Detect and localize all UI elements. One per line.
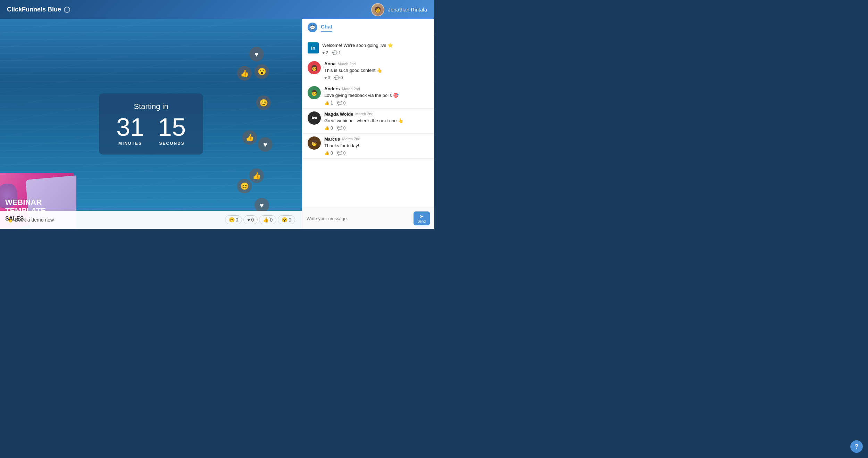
header: ClickFunnels Blue i 🧑 Jonathan Rintala xyxy=(0,0,434,19)
msg-3-top: 👨 Anders March 2nd Love giving feedback … xyxy=(308,86,429,105)
marcus-text: Thanks for today! xyxy=(324,143,429,149)
marcus-name: Marcus xyxy=(324,136,340,142)
msg-1-text: Welcome! We're soon going live ⭐ xyxy=(322,42,429,49)
msg-5-body: Marcus March 2nd Thanks for today! 👍 0 💬… xyxy=(324,136,429,156)
surprise-emoji: 😮 xyxy=(282,217,287,223)
reaction-heart[interactable]: ♥ 0 xyxy=(243,215,258,224)
thumbs-count: 0 xyxy=(270,217,273,223)
seconds-display: 15 SECONDS xyxy=(158,115,186,146)
anders-date: March 2nd xyxy=(342,87,360,91)
msg-4-header: Magda Wolde March 2nd xyxy=(324,111,429,117)
banner-line1: WEBINAR TEMPLATE xyxy=(5,198,46,215)
minutes-value: 31 xyxy=(116,115,144,140)
msg-4-top: 🕶 Magda Wolde March 2nd Great webinar - … xyxy=(308,111,429,131)
msg-4-body: Magda Wolde March 2nd Great webinar - wh… xyxy=(324,111,429,131)
msg-1-body: Welcome! We're soon going live ⭐ ♥ 2 💬 1 xyxy=(322,42,429,55)
anna-text: This is such good content 👆 xyxy=(324,67,429,74)
anders-text: Love giving feedback via the polls 🎯 xyxy=(324,92,429,99)
anna-date: March 2nd xyxy=(338,62,356,66)
msg-4-comment[interactable]: 💬 0 xyxy=(337,126,346,131)
reaction-surprise[interactable]: 😮 0 xyxy=(278,215,295,224)
message-4: 🕶 Magda Wolde March 2nd Great webinar - … xyxy=(302,109,434,134)
avatar: 🧑 xyxy=(371,3,384,16)
msg-5-top: 👦 Marcus March 2nd Thanks for today! 👍 0… xyxy=(308,136,429,156)
message-2: 👩 Anna March 2nd This is such good conte… xyxy=(302,58,434,83)
smiley-emoji: 😊 xyxy=(229,217,235,223)
header-left: ClickFunnels Blue i xyxy=(7,6,70,13)
msg-1-actions: ♥ 2 💬 1 xyxy=(322,50,429,55)
anders-avatar: 👨 xyxy=(308,86,321,99)
thumbs-emoji: 👍 xyxy=(263,217,269,223)
msg-1-like[interactable]: ♥ 2 xyxy=(322,50,328,55)
chat-input-area: ➤ Send xyxy=(302,208,434,229)
heart-emoji: ♥ xyxy=(247,217,250,223)
reaction-thumbs[interactable]: 👍 0 xyxy=(259,215,276,224)
msg-5-header: Marcus March 2nd xyxy=(324,136,429,142)
chat-header: 💬 Chat xyxy=(302,19,434,36)
minutes-display: 31 MINUTES xyxy=(116,115,144,146)
message-1: in Welcome! We're soon going live ⭐ ♥ 2 … xyxy=(302,40,434,58)
banner-text: WEBINAR TEMPLATE SALES xyxy=(5,198,46,222)
anna-avatar: 👩 xyxy=(308,61,321,74)
video-area: ♥ 👍 😮 😊 👍 ♥ 👍 😊 ♥ ♥ Starting in 31 MINUT… xyxy=(0,19,302,229)
info-icon[interactable]: i xyxy=(64,7,70,13)
msg-4-like[interactable]: 👍 0 xyxy=(324,126,333,131)
msg-3-actions: 👍 1 💬 0 xyxy=(324,101,429,106)
msg-3-like[interactable]: 👍 1 xyxy=(324,101,333,106)
minutes-unit: MINUTES xyxy=(116,141,144,146)
message-3: 👨 Anders March 2nd Love giving feedback … xyxy=(302,83,434,108)
msg-1-top: in Welcome! We're soon going live ⭐ ♥ 2 … xyxy=(308,42,429,55)
msg-5-like[interactable]: 👍 0 xyxy=(324,151,333,156)
header-right: 🧑 Jonathan Rintala xyxy=(371,3,427,16)
seconds-unit: SECONDS xyxy=(158,141,186,146)
msg-2-comment[interactable]: 💬 0 xyxy=(334,75,343,80)
marcus-avatar: 👦 xyxy=(308,136,321,150)
msg-5-actions: 👍 0 💬 0 xyxy=(324,151,429,156)
reaction-counts: 😊 0 ♥ 0 👍 0 😮 0 xyxy=(225,215,295,224)
chat-bubble-icon: 💬 xyxy=(308,23,317,32)
linkedin-avatar: in xyxy=(308,42,319,53)
main-content: ♥ 👍 😮 😊 👍 ♥ 👍 😊 ♥ ♥ Starting in 31 MINUT… xyxy=(0,19,434,229)
chat-messages: in Welcome! We're soon going live ⭐ ♥ 2 … xyxy=(302,36,434,208)
send-label: Send xyxy=(418,219,426,223)
msg-2-header: Anna March 2nd xyxy=(324,61,429,66)
chat-tab[interactable]: Chat xyxy=(321,24,332,32)
countdown-label: Starting in xyxy=(116,102,186,111)
magda-text: Great webinar - when's the next one 👆 xyxy=(324,118,429,124)
msg-2-body: Anna March 2nd This is such good content… xyxy=(324,61,429,80)
message-5: 👦 Marcus March 2nd Thanks for today! 👍 0… xyxy=(302,134,434,159)
msg-2-actions: ♥ 3 💬 0 xyxy=(324,75,429,80)
magda-date: March 2nd xyxy=(356,112,374,116)
msg-4-actions: 👍 0 💬 0 xyxy=(324,126,429,131)
anna-name: Anna xyxy=(324,61,336,66)
banner-line3: SALES xyxy=(5,216,46,222)
anders-name: Anders xyxy=(324,86,340,91)
marcus-date: March 2nd xyxy=(342,137,360,141)
smiley-count: 0 xyxy=(236,217,239,223)
app-title: ClickFunnels Blue xyxy=(7,6,61,13)
msg-5-comment[interactable]: 💬 0 xyxy=(337,151,346,156)
send-arrow-icon: ➤ xyxy=(419,214,424,219)
seconds-value: 15 xyxy=(158,115,186,140)
msg-2-top: 👩 Anna March 2nd This is such good conte… xyxy=(308,61,429,80)
magda-name: Magda Wolde xyxy=(324,111,353,117)
countdown-numbers: 31 MINUTES 15 SECONDS xyxy=(116,115,186,146)
chat-panel: 💬 Chat in Welcome! We're soon going live… xyxy=(302,19,434,229)
heart-count: 0 xyxy=(251,217,254,223)
chat-tab-label: Chat xyxy=(321,24,332,30)
user-name: Jonathan Rintala xyxy=(388,7,427,13)
countdown-box: Starting in 31 MINUTES 15 SECONDS xyxy=(99,93,203,155)
msg-3-body: Anders March 2nd Love giving feedback vi… xyxy=(324,86,429,105)
chat-input[interactable] xyxy=(307,216,411,221)
magda-avatar: 🕶 xyxy=(308,111,321,125)
msg-3-comment[interactable]: 💬 0 xyxy=(337,101,346,106)
send-button[interactable]: ➤ Send xyxy=(414,211,430,225)
reaction-smiley[interactable]: 😊 0 xyxy=(225,215,242,224)
msg-2-like[interactable]: ♥ 3 xyxy=(324,75,330,80)
msg-3-header: Anders March 2nd xyxy=(324,86,429,91)
msg-1-comment[interactable]: 💬 1 xyxy=(332,50,341,55)
surprise-count: 0 xyxy=(289,217,291,223)
